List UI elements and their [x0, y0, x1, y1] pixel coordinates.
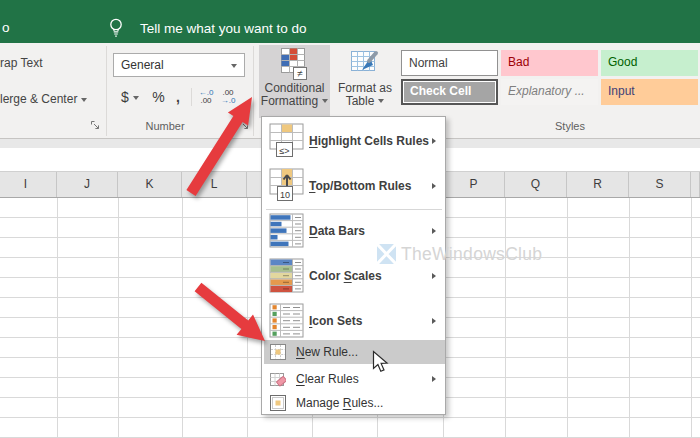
data-bars-icon	[269, 213, 305, 249]
cell-style-good[interactable]: Good	[601, 50, 698, 76]
number-format-value: General	[121, 58, 164, 72]
watermark: TheWindowsClub	[377, 244, 542, 265]
submenu-arrow-icon	[432, 318, 436, 324]
label-post: ew Rule...	[305, 345, 358, 359]
conditional-formatting-menu: ≤> Highlight Cells Rules 10 Top/Bottom R…	[261, 116, 446, 415]
menu-item-label: New Rule...	[296, 340, 358, 364]
label-key: H	[309, 134, 318, 148]
column-header-r[interactable]: R	[567, 172, 629, 197]
top-bottom-rules-icon: 10	[269, 168, 305, 204]
excel-window: o Tell me what you want to do rap Text l…	[0, 0, 700, 438]
menu-separator	[266, 209, 442, 210]
submenu-arrow-icon	[432, 183, 436, 189]
menu-item-label: Icon Sets	[309, 303, 362, 339]
cf-label-text: Formatting	[261, 94, 318, 108]
new-rule-icon	[270, 344, 286, 360]
label-post: ules...	[351, 396, 383, 410]
submenu-arrow-icon	[432, 138, 436, 144]
conditional-formatting-button[interactable]: ≠ Conditional Formatting	[259, 45, 330, 118]
chevron-down-icon	[231, 64, 237, 68]
menu-item-icon-sets[interactable]: Icon Sets	[262, 303, 445, 343]
chevron-down-icon	[322, 99, 328, 103]
decrease-decimal-button[interactable]: .00 →.0	[217, 86, 239, 108]
label-post: op/Bottom Rules	[315, 179, 411, 193]
cell-style-explanatory[interactable]: Explanatory ...	[501, 79, 598, 105]
menu-item-label: Color Scales	[309, 258, 382, 294]
menu-item-top-bottom-rules[interactable]: 10 Top/Bottom Rules	[262, 168, 445, 208]
label-post: con Sets	[312, 314, 362, 328]
label-post: ata Bars	[318, 224, 365, 238]
alignment-dialog-launcher-icon[interactable]	[90, 120, 101, 131]
label-post: lear Rules	[305, 372, 359, 386]
submenu-arrow-icon	[432, 273, 436, 279]
label-pre: Manage	[296, 396, 343, 410]
submenu-arrow-icon	[432, 228, 436, 234]
styles-group-label: Styles	[430, 120, 700, 132]
mini-separator	[191, 88, 192, 106]
chevron-down-icon	[133, 96, 139, 100]
menu-item-clear-rules[interactable]: Clear Rules	[262, 367, 445, 391]
menu-item-new-rule[interactable]: New Rule...	[262, 340, 445, 364]
icon-sets-icon	[269, 303, 305, 339]
menu-item-highlight-cells-rules[interactable]: ≤> Highlight Cells Rules	[262, 123, 445, 163]
cell-style-check-cell[interactable]: Check Cell	[401, 79, 498, 105]
percent-format-button[interactable]: %	[148, 85, 169, 109]
label-pre: Color	[309, 269, 344, 283]
menu-item-label: Clear Rules	[296, 367, 359, 391]
conditional-formatting-icon: ≠	[280, 48, 310, 80]
label-key: N	[296, 345, 305, 359]
chevron-down-icon	[81, 98, 87, 102]
svg-text:≠: ≠	[297, 68, 303, 79]
lightbulb-icon	[107, 16, 125, 38]
group-separator	[106, 46, 107, 136]
merge-center-button[interactable]: lerge & Center	[0, 92, 87, 106]
submenu-arrow-icon	[432, 376, 436, 382]
label-key: C	[296, 372, 305, 386]
cf-label-line2: Formatting	[259, 95, 330, 108]
svg-text:10: 10	[280, 190, 290, 200]
column-header-s[interactable]: S	[629, 172, 691, 197]
column-header-i[interactable]: I	[0, 172, 57, 197]
clear-rules-icon	[270, 371, 286, 387]
color-scales-icon	[269, 258, 305, 294]
column-header-p[interactable]: P	[443, 172, 505, 197]
currency-format-button[interactable]: $	[114, 85, 146, 109]
label-key: S	[344, 269, 352, 283]
format-as-table-icon	[350, 48, 380, 80]
highlight-cells-rules-icon: ≤>	[269, 123, 305, 159]
watermark-logo-icon	[377, 244, 397, 265]
comma-format-button[interactable]: ,	[170, 85, 186, 109]
format-as-table-button[interactable]: Format as Table	[332, 45, 398, 118]
watermark-text: TheWindowsClub	[401, 244, 542, 265]
chevron-down-icon	[378, 99, 384, 103]
wrap-text-button[interactable]: rap Text	[0, 56, 42, 70]
column-header-l[interactable]: L	[182, 172, 247, 197]
number-group-label: Number	[120, 120, 210, 132]
column-header-q[interactable]: Q	[505, 172, 567, 197]
label-post: cales	[352, 269, 382, 283]
column-header-k[interactable]: K	[118, 172, 182, 197]
cell-style-bad[interactable]: Bad	[501, 50, 598, 76]
manage-rules-icon	[270, 395, 286, 411]
number-format-dropdown[interactable]: General	[113, 53, 245, 77]
svg-text:≤>: ≤>	[279, 146, 289, 156]
tell-me-box[interactable]: Tell me what you want to do	[140, 21, 307, 36]
decrease-decimal-glyph-bottom: →.0	[221, 96, 236, 105]
fat-label-line2: Table	[332, 95, 398, 108]
ribbon-tab-bar: o Tell me what you want to do	[0, 0, 700, 43]
partial-tab-label[interactable]: o	[2, 20, 10, 35]
increase-decimal-glyph-bottom: .00	[200, 96, 211, 105]
label-key: D	[309, 224, 318, 238]
increase-decimal-button[interactable]: ←.0 .00	[195, 86, 217, 108]
group-separator	[253, 46, 254, 136]
fat-label-text: Table	[346, 94, 375, 108]
cell-style-normal[interactable]: Normal	[401, 50, 498, 76]
menu-item-label: Manage Rules...	[296, 391, 383, 415]
column-header-partial[interactable]	[691, 172, 700, 197]
menu-item-label: Top/Bottom Rules	[309, 168, 411, 204]
column-header-j[interactable]: J	[57, 172, 118, 197]
menu-item-manage-rules[interactable]: Manage Rules...	[262, 391, 445, 415]
number-dialog-launcher-icon[interactable]	[239, 120, 250, 131]
menu-item-label: Highlight Cells Rules	[309, 123, 429, 159]
cell-style-input[interactable]: Input	[601, 79, 698, 105]
